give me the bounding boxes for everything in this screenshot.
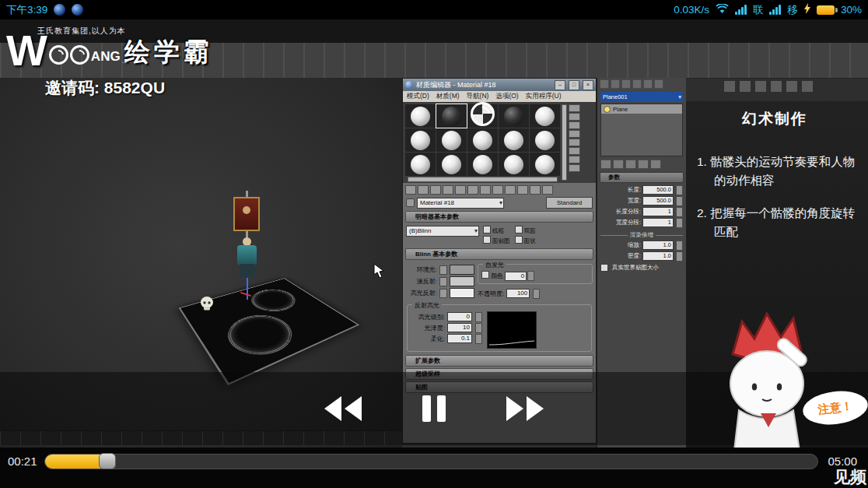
logo-swirl-icon [49, 45, 68, 65]
battery-icon [817, 5, 835, 15]
panel-tab-icon [600, 79, 609, 89]
pause-button[interactable] [421, 395, 447, 423]
toolbar-button-icon [739, 80, 751, 93]
ambient-color-swatch [450, 265, 474, 275]
spinner-icon [676, 218, 683, 228]
seek-track[interactable] [44, 454, 818, 469]
toolbar-button-icon [754, 80, 767, 93]
current-time: 00:21 [8, 455, 37, 468]
transform-gizmo-x [240, 292, 251, 297]
toolbar-button-icon [801, 80, 814, 93]
glossiness-field: 10 [447, 323, 472, 332]
clock: 下午3:39 [6, 3, 47, 17]
maximize-icon: □ [569, 80, 579, 90]
toolbar-button-icon [569, 164, 580, 172]
toolbar-button-icon [517, 185, 528, 195]
sample-slot [499, 153, 529, 176]
param-row: 密度: 1.0 [597, 251, 686, 262]
slots-v-scrollbar [562, 104, 567, 181]
eyedropper-icon [406, 198, 415, 207]
checkbox-faceted: 面状 [515, 236, 542, 245]
panel-tab-icon [611, 79, 620, 89]
character-torso [237, 245, 257, 265]
toolbar-button-icon [569, 139, 580, 146]
window-title: 材质编辑器 - Material #18 [416, 80, 551, 90]
menu-navigation: 导航(N) [467, 92, 489, 101]
mascot-character [709, 306, 832, 448]
toolbar-button-icon [430, 185, 441, 195]
spinner-icon [475, 312, 482, 322]
toolbar-button-icon [625, 160, 636, 169]
menu-material: 材质(M) [436, 92, 460, 101]
sample-slot [499, 104, 529, 128]
toolbar-button-icon [569, 104, 580, 112]
sample-slot [405, 128, 436, 152]
notification-app-icon [72, 4, 83, 16]
toolbar-button-icon [480, 185, 491, 195]
checkbox-real-world-map: 真实世界贴图大小 [597, 262, 686, 274]
checkbox-facemap: 面贴图 [483, 236, 510, 245]
toolbar-button-icon [569, 156, 580, 163]
material-editor-menubar: 模式(D) 材质(M) 导航(N) 选项(O) 实用程序(U) [403, 91, 596, 102]
toolbar-button-icon [569, 121, 580, 129]
minimize-icon: – [555, 80, 565, 90]
transform-gizmo-z [247, 278, 248, 300]
checkbox-selfillum-color: 颜色 [481, 272, 503, 279]
status-bar: 下午3:39 0.03K/s 联 移 30% [0, 0, 868, 19]
opacity-field: 100 [506, 289, 530, 298]
toolbar-button-icon [455, 185, 466, 195]
bulb-icon [604, 106, 611, 113]
command-panel-tabs [597, 78, 686, 90]
magic-ring [218, 309, 305, 363]
note-item: 2. 把握每一个骷髅的角度旋转匹配 [697, 204, 857, 241]
soften-field: 0.1 [447, 334, 472, 343]
sample-slot-toolbar [569, 104, 580, 181]
toolbar-button-icon [569, 147, 580, 155]
spinner-icon [676, 251, 683, 262]
spinner-icon [676, 185, 683, 195]
toolbar-button-icon [505, 185, 516, 195]
rollout-blinn-basic: Blinn 基本参数 [405, 248, 593, 260]
note-item: 1. 骷髅头的运动节奏要和人物的动作相容 [697, 153, 857, 190]
character-legs [240, 264, 255, 278]
panel-tab-icon [643, 79, 653, 89]
stack-toolbar [597, 158, 686, 170]
rollout-parameters: 参数 [600, 172, 684, 183]
notification-app-icon [54, 4, 65, 16]
menu-options: 选项(O) [495, 92, 518, 101]
param-row: 长度分段: 1 [597, 206, 686, 217]
toolbar-button-icon [542, 185, 553, 195]
toolbar-button-icon [418, 185, 429, 195]
material-editor-toolbar [403, 183, 596, 196]
sample-slot [467, 128, 498, 152]
spinner-icon [533, 289, 540, 299]
material-name-dropdown: Material #18 [417, 198, 504, 209]
diffuse-color-swatch [450, 276, 474, 286]
signal-bars-icon [769, 5, 781, 15]
brand-name: 绘学霸 [124, 35, 213, 70]
specular-color-row: 高光反射: [406, 287, 474, 299]
carrier-unicom-label: 联 [753, 3, 764, 17]
signal-bars-icon [735, 5, 747, 15]
spinner-icon [676, 240, 683, 251]
param-row: 缩放: 1.0 [597, 240, 686, 251]
toolbar-button-icon [443, 185, 453, 195]
video-frame[interactable]: 王氏教育集团,以人为本 W ANG .com 绘学霸 邀请码: 8582QU 材… [0, 19, 868, 448]
forward-button[interactable] [505, 395, 545, 422]
logo-ang: ANG [91, 49, 121, 65]
carrier-mobile-label: 移 [787, 3, 798, 17]
wifi-icon [716, 4, 729, 16]
toolbar-button-icon [569, 130, 580, 138]
rewind-button[interactable] [323, 395, 363, 422]
toolbar-button-icon [770, 80, 782, 93]
rollout-shader-basic: 明暗器基本参数 [405, 211, 593, 223]
specular-color-swatch [450, 288, 474, 298]
seek-handle[interactable] [99, 453, 116, 469]
logo-w: W [6, 32, 47, 69]
spec-level-field: 0 [447, 312, 472, 321]
rollout-extended-params: 扩展参数 [405, 355, 593, 367]
lock-icon [439, 277, 447, 286]
spinner-icon [676, 207, 683, 217]
sample-slot [467, 153, 498, 176]
notes-title: 幻术制作 [742, 109, 857, 129]
